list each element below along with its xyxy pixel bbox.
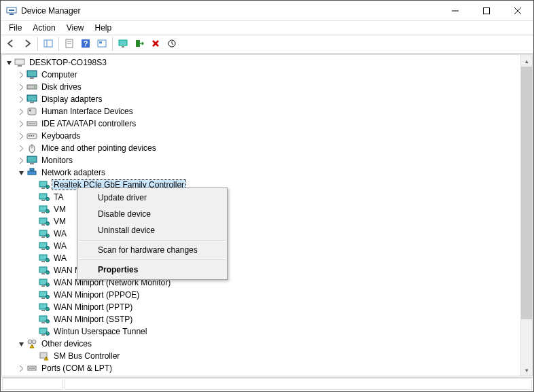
context-menu-separator — [79, 260, 225, 260]
net-adapter-icon — [39, 240, 50, 251]
context-menu-item[interactable]: Uninstall device — [79, 222, 226, 238]
enable-device-button[interactable] — [132, 37, 147, 52]
tree-device[interactable]: !SM Bus Controller — [2, 350, 520, 362]
tree-category[interactable]: IDE ATA/ATAPI controllers — [2, 118, 520, 130]
tree-item-label: Network adapters — [40, 168, 107, 177]
net-adapter-icon — [39, 179, 50, 190]
expand-icon[interactable] — [17, 95, 25, 103]
context-menu-item[interactable]: Scan for hardware changes — [79, 242, 226, 258]
context-menu-item[interactable]: Disable device — [79, 206, 226, 222]
menu-view[interactable]: View — [61, 22, 90, 34]
expand-icon[interactable] — [17, 144, 25, 152]
action-menu-button[interactable] — [94, 37, 109, 52]
tree-category[interactable]: Display adapters — [2, 93, 520, 105]
status-cell — [65, 378, 532, 390]
expand-icon[interactable] — [17, 83, 25, 91]
close-button[interactable] — [502, 1, 533, 21]
net-adapter-icon — [39, 216, 50, 227]
uninstall-device-button[interactable] — [148, 37, 163, 52]
properties-button-tb[interactable] — [62, 37, 77, 52]
forward-button[interactable] — [20, 37, 35, 52]
menu-help[interactable]: Help — [90, 22, 118, 34]
tree-category[interactable]: Mice and other pointing devices — [2, 142, 520, 154]
svg-rect-2 — [10, 14, 14, 15]
arrow-left-icon — [6, 39, 16, 50]
maximize-button[interactable] — [471, 1, 502, 21]
svg-rect-38 — [27, 156, 37, 162]
window-title: Device Manager — [21, 6, 80, 16]
tree-item-label: Display adapters — [40, 94, 103, 104]
no-expander — [29, 291, 37, 299]
tree-category[interactable]: Network adapters — [2, 166, 520, 179]
expand-icon[interactable] — [17, 71, 25, 79]
app-icon — [6, 5, 17, 16]
no-expander — [29, 254, 37, 262]
mouse-icon — [26, 143, 37, 154]
tree-device[interactable]: WAN Miniport (SSTP) — [2, 313, 520, 325]
tree-device[interactable]: Wintun Userspace Tunnel — [2, 325, 520, 338]
tree-category[interactable]: Ports (COM & LPT) — [2, 362, 520, 374]
tree-item-label: VM — [52, 217, 67, 226]
tree-root[interactable]: DESKTOP-CO198S3 — [2, 56, 520, 69]
update-driver-button[interactable] — [115, 37, 130, 52]
no-expander — [29, 279, 37, 287]
ide-icon — [26, 118, 37, 129]
back-button[interactable] — [3, 37, 18, 52]
tree-device[interactable]: WAN Miniport (PPPOE) — [2, 289, 520, 301]
pane-icon — [43, 39, 53, 50]
svg-rect-59 — [41, 249, 45, 250]
scan-hardware-button[interactable] — [164, 37, 179, 52]
expand-icon[interactable] — [17, 120, 25, 128]
help-button[interactable]: ? — [78, 37, 93, 52]
svg-rect-18 — [136, 40, 140, 47]
menu-file[interactable]: File — [3, 22, 27, 34]
scroll-thumb[interactable] — [521, 67, 532, 319]
svg-rect-21 — [18, 65, 22, 67]
tree-category[interactable]: !Other devices — [2, 338, 520, 350]
net-adapter-icon — [39, 253, 50, 264]
collapse-icon[interactable] — [5, 58, 13, 67]
context-menu-separator — [79, 240, 225, 240]
svg-point-66 — [46, 271, 50, 274]
tree-category[interactable]: Human Interface Devices — [2, 105, 520, 118]
svg-rect-74 — [41, 310, 45, 311]
expand-icon[interactable] — [17, 107, 25, 115]
context-menu: Update driverDisable deviceUninstall dev… — [77, 188, 228, 280]
svg-point-60 — [46, 247, 50, 250]
svg-rect-62 — [41, 261, 45, 262]
expand-icon[interactable] — [17, 364, 25, 372]
tree-category[interactable]: Disk drives — [2, 81, 520, 93]
scroll-up-arrow-icon[interactable]: ▴ — [521, 55, 532, 67]
tree-category[interactable]: Computer — [2, 69, 520, 81]
menu-action[interactable]: Action — [27, 22, 60, 34]
svg-point-51 — [46, 210, 50, 213]
show-hide-tree-button[interactable] — [41, 37, 56, 52]
context-menu-item[interactable]: Update driver — [79, 190, 226, 206]
svg-point-25 — [34, 86, 35, 88]
tree-category[interactable]: Keyboards — [2, 130, 520, 142]
net-adapter-icon — [39, 228, 50, 239]
tree-item-label: Ports (COM & LPT) — [40, 363, 113, 373]
port-icon — [26, 363, 37, 374]
collapse-icon[interactable] — [17, 340, 25, 348]
tree-item-label: DESKTOP-CO198S3 — [28, 58, 108, 67]
scroll-down-arrow-icon[interactable]: ▾ — [521, 364, 532, 376]
tree-item-label: Wintun Userspace Tunnel — [52, 327, 148, 336]
display-icon — [26, 94, 37, 105]
svg-rect-40 — [28, 171, 36, 175]
svg-rect-39 — [30, 163, 34, 164]
svg-rect-26 — [27, 95, 37, 101]
warn-icon: ! — [26, 338, 37, 349]
svg-point-75 — [46, 308, 50, 311]
net-adapter-icon — [39, 326, 50, 337]
tree-device[interactable]: WAN Miniport (PPTP) — [2, 301, 520, 313]
expand-icon[interactable] — [17, 132, 25, 140]
no-expander — [29, 303, 37, 311]
vertical-scrollbar[interactable]: ▴ ▾ — [520, 55, 532, 376]
minimize-button[interactable] — [440, 1, 471, 21]
collapse-icon[interactable] — [17, 168, 25, 177]
expand-icon[interactable] — [17, 156, 25, 164]
tree-category[interactable]: Monitors — [2, 154, 520, 166]
svg-rect-17 — [122, 46, 124, 48]
context-menu-item[interactable]: Properties — [79, 262, 226, 278]
